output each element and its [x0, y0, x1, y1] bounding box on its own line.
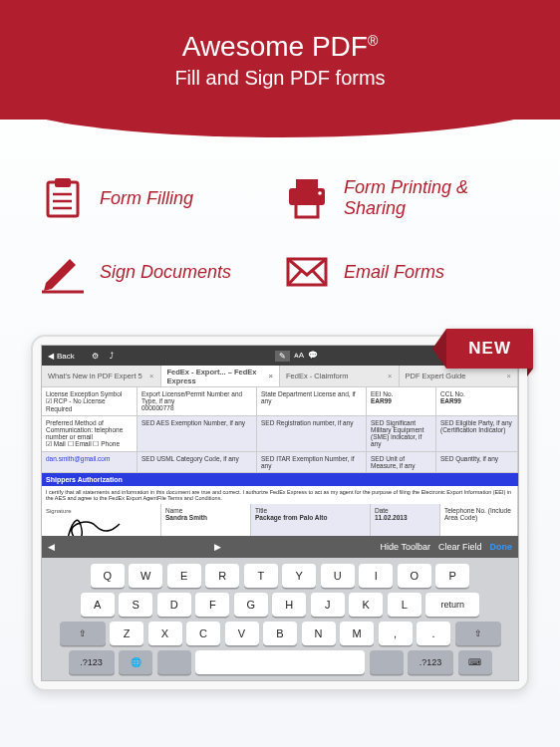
key-⇧[interactable]: ⇧	[455, 622, 501, 645]
new-ribbon: NEW	[446, 329, 533, 369]
key-⌨[interactable]: ⌨	[458, 650, 492, 674]
key-O[interactable]: O	[398, 564, 431, 588]
form-cell: State Department License and, if any	[257, 387, 367, 415]
form-field[interactable]: SED Quantity, if any	[436, 452, 518, 472]
key-E[interactable]: E	[167, 564, 201, 588]
svg-rect-0	[48, 182, 78, 216]
signature-drawing	[60, 510, 130, 536]
form-cell: EEI No.EAR99	[367, 387, 436, 415]
text-tool-icon[interactable]: ᴀA	[294, 351, 304, 362]
key-D[interactable]: D	[157, 593, 191, 617]
back-button[interactable]: Back	[57, 352, 75, 361]
done-button[interactable]: Done	[489, 542, 512, 552]
key-⇧[interactable]: ⇧	[60, 622, 106, 645]
key-Q[interactable]: Q	[91, 564, 125, 588]
key-.?123[interactable]: .?123	[408, 650, 453, 674]
virtual-keyboard: QWERTYUIOP ASDFGHJKLreturn ⇧ZXCVBNM,.⇧ .…	[42, 558, 518, 680]
key-N[interactable]: N	[302, 622, 336, 645]
keyboard-accessory-bar: ◀ ▶ Hide Toolbar Clear Field Done	[42, 536, 518, 558]
feature-label: Email Forms	[344, 262, 444, 283]
key-space[interactable]	[195, 650, 365, 674]
form-cell: Preferred Method of Communication: telep…	[42, 416, 138, 451]
form-field[interactable]: SED AES Exemption Number, if any	[138, 416, 257, 451]
key-return[interactable]: return	[425, 593, 479, 617]
key-I[interactable]: I	[359, 564, 393, 588]
key-K[interactable]: K	[349, 593, 383, 617]
tab-fedex-claim[interactable]: FedEx - Claimform×	[280, 366, 400, 386]
email-field[interactable]: dan.smith@gmail.com	[42, 452, 138, 472]
feature-label: Sign Documents	[100, 262, 231, 283]
form-cell: Export License/Permit Number and Type, i…	[138, 387, 257, 415]
comment-icon[interactable]: 💬	[308, 351, 318, 362]
key-P[interactable]: P	[435, 564, 469, 588]
key-blank[interactable]	[157, 650, 191, 674]
form-field[interactable]: SED USML Category Code, if any	[138, 452, 257, 472]
title-field[interactable]: Package from Palo Alto	[255, 514, 327, 521]
marketing-header: Awesome PDF® Fill and Sign PDF forms	[0, 0, 560, 120]
key-R[interactable]: R	[205, 564, 239, 588]
feature-form-filling: Form Filling	[40, 175, 276, 221]
key-X[interactable]: X	[148, 622, 182, 645]
date-field[interactable]: 11.02.2013	[375, 514, 408, 521]
tablet-screen: ◀ Back ⚙ ⤴ ✎ ᴀA 💬 🔖 🔍 What's New in PDF …	[41, 345, 519, 681]
key-M[interactable]: M	[340, 622, 374, 645]
tab-pdf-guide[interactable]: PDF Expert Guide×	[400, 366, 519, 386]
form-field[interactable]: 000000778	[141, 404, 252, 411]
edit-icon[interactable]: ✎	[275, 351, 290, 362]
key-T[interactable]: T	[244, 564, 278, 588]
key-.?123[interactable]: .?123	[69, 650, 115, 674]
hide-toolbar-button[interactable]: Hide Toolbar	[381, 542, 430, 552]
key-C[interactable]: C	[186, 622, 220, 645]
key-,[interactable]: ,	[379, 622, 413, 645]
key-F[interactable]: F	[195, 593, 229, 617]
form-field[interactable]: SED Registration number, if any	[257, 416, 367, 451]
key-L[interactable]: L	[388, 593, 421, 617]
form-field[interactable]: SED Unit of Measure, if any	[367, 452, 436, 472]
settings-icon[interactable]: ⚙	[92, 352, 99, 361]
key-B[interactable]: B	[263, 622, 297, 645]
pencil-icon	[40, 249, 86, 295]
field-prev-button[interactable]: ◀	[48, 542, 55, 552]
key-S[interactable]: S	[119, 593, 152, 617]
form-field[interactable]: SED ITAR Exemption Number, if any	[257, 452, 367, 472]
feature-printing-sharing: Form Printing & Sharing	[284, 175, 520, 221]
close-tab-icon[interactable]: ×	[507, 372, 511, 380]
key-blank[interactable]	[370, 650, 404, 674]
key-🌐[interactable]: 🌐	[119, 650, 152, 674]
feature-label: Form Printing & Sharing	[344, 177, 520, 218]
key-H[interactable]: H	[272, 593, 306, 617]
key-U[interactable]: U	[321, 564, 355, 588]
close-tab-icon[interactable]: ×	[269, 372, 273, 380]
form-field[interactable]: SED Significant Military Equipment (SME)…	[367, 416, 436, 451]
document-tabs: What's New in PDF Expert 5× FedEx - Expo…	[42, 366, 518, 387]
signature-field[interactable]: Signature	[42, 504, 161, 536]
clear-field-button[interactable]: Clear Field	[438, 542, 482, 552]
field-next-button[interactable]: ▶	[214, 542, 221, 552]
clipboard-icon	[40, 175, 86, 221]
key-A[interactable]: A	[81, 593, 115, 617]
key-J[interactable]: J	[311, 593, 345, 617]
tablet-mockup: NEW ◀ Back ⚙ ⤴ ✎ ᴀA 💬 🔖 🔍 What's New in …	[31, 335, 529, 691]
key-Z[interactable]: Z	[110, 622, 143, 645]
close-tab-icon[interactable]: ×	[149, 372, 153, 380]
section-header: Shippers Authorization	[42, 473, 518, 486]
auth-text: I certify that all statements and inform…	[42, 486, 518, 504]
printer-icon	[284, 175, 330, 221]
key-W[interactable]: W	[129, 564, 162, 588]
key-G[interactable]: G	[234, 593, 268, 617]
close-tab-icon[interactable]: ×	[388, 372, 392, 380]
key-Y[interactable]: Y	[282, 564, 316, 588]
share-icon[interactable]: ⤴	[110, 352, 114, 361]
back-chevron-icon[interactable]: ◀	[48, 352, 54, 361]
key-V[interactable]: V	[225, 622, 259, 645]
feature-label: Form Filling	[100, 188, 193, 209]
pdf-form-content: License Exception Symbol☑ RCP - No Licen…	[42, 387, 518, 536]
tab-fedex-export[interactable]: FedEx - Export... – FedEx Express×	[161, 366, 281, 386]
form-field[interactable]: SED Eligible Party, if any (Certificatio…	[436, 416, 518, 451]
key-.[interactable]: .	[417, 622, 450, 645]
feature-sign-documents: Sign Documents	[40, 249, 276, 295]
form-field[interactable]: ☑ RCP - No License Required	[46, 397, 133, 412]
tab-whats-new[interactable]: What's New in PDF Expert 5×	[42, 366, 161, 386]
form-field[interactable]: ☑ Mail ☐ Email ☐ Phone	[46, 440, 120, 447]
name-field[interactable]: Sandra Smith	[165, 514, 207, 521]
